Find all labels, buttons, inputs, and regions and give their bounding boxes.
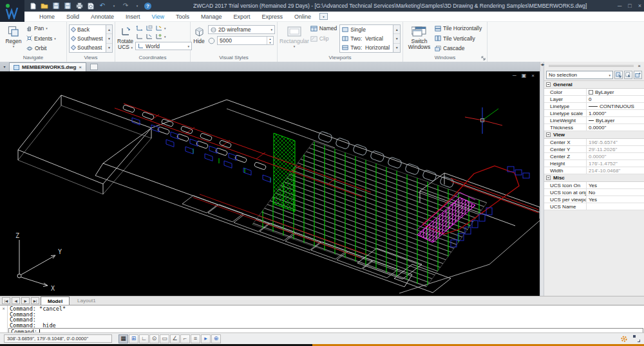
views-scroll-down-icon[interactable]: ▼ [106,34,112,43]
ribbon-overflow-icon[interactable]: ▾ [319,13,328,20]
print-icon[interactable] [75,2,84,10]
section-general[interactable]: General [544,81,644,89]
zwcad-logo[interactable] [0,0,24,22]
extents-dropdown-icon[interactable]: ▾ [54,37,56,41]
views-expand-icon[interactable]: ▼ [106,44,112,52]
quick-select-icon[interactable] [614,71,623,79]
tab-manage[interactable]: Manage [195,12,228,22]
viewport-two-vertical[interactable]: Two: Vertical [340,34,393,43]
new-drawing-tab-icon[interactable] [90,64,98,70]
tab-solid[interactable]: Solid [61,12,85,22]
collapse-icon[interactable] [546,82,551,87]
windows-dialog-launcher-icon[interactable] [481,55,486,62]
viewport-two-horizontal[interactable]: Two: Horizontal [340,43,393,52]
child-minimize-icon[interactable]: ─ [513,73,516,78]
regen-button[interactable]: Regen ▾ [2,23,25,54]
prev-tab-icon[interactable]: ◀ [12,297,20,304]
viewports-expand-icon[interactable]: ▼ [393,44,400,52]
ucs-object-icon[interactable] [145,33,153,40]
tablet-toggle[interactable]: ⊕ [211,334,221,343]
rectangular-viewport-button[interactable]: Rectangular ▾ [279,23,309,54]
gear-icon[interactable] [620,335,628,343]
ucs-select[interactable]: World ▾ [135,42,192,50]
save-as-icon[interactable] [63,2,72,10]
tab-model[interactable]: Model [41,296,70,305]
isolines-input[interactable]: 5000 ▲ ▼ [217,36,274,45]
rectangular-dropdown-icon[interactable]: ▾ [294,44,296,48]
osnap-toggle[interactable]: ▭ [160,334,169,343]
panel-splitter[interactable]: ◀▶ [540,62,544,296]
last-tab-icon[interactable]: ▶| [31,297,39,304]
viewports-scroll-down-icon[interactable]: ▼ [393,34,400,43]
orbit-button[interactable]: Orbit [26,44,56,53]
ucs-more-dropdown-icon[interactable]: ▾ [164,35,166,39]
splitter-collapse-icon[interactable]: ◀▶ [540,63,545,66]
tab-home[interactable]: Home [33,12,61,22]
ucs-world-icon[interactable] [135,33,144,40]
next-tab-icon[interactable]: ▶ [21,297,30,304]
new-file-icon[interactable] [28,2,37,10]
fullscreen-icon[interactable] [633,335,640,342]
save-icon[interactable] [52,2,61,10]
tile-vertically-button[interactable]: Tile Vertically [435,34,482,43]
doc-tab-list-icon[interactable]: ▾ [0,62,9,71]
open-folder-icon[interactable] [40,2,49,10]
hide-button[interactable]: Hide [193,23,205,54]
properties-grip[interactable] [549,65,634,67]
viewports-scroll-up-icon[interactable]: ▲ [393,25,400,34]
switch-windows-button[interactable]: Switch Windows [405,23,433,54]
tab-insert[interactable]: Insert [120,12,146,22]
clip-viewport-button[interactable]: Clip [310,34,337,43]
angle-toggle[interactable]: ∠ [170,334,180,343]
child-close-icon[interactable]: × [531,73,535,78]
drawing-3d-wireframe[interactable]: Z Y X [0,71,540,296]
viewport-single[interactable]: Single [340,25,393,34]
lineweight-toggle[interactable]: ≡ [191,334,200,343]
properties-header[interactable]: × [544,62,644,70]
tab-express[interactable]: Express [256,12,289,22]
regen-dropdown-icon[interactable]: ▾ [13,44,15,48]
rotate-ucs-dropdown-icon[interactable]: ▾ [131,46,133,50]
collapse-icon[interactable] [546,176,551,180]
polar-toggle[interactable]: ⊙ [149,334,159,343]
pan-button[interactable]: Pan ▾ [26,24,56,33]
extents-button[interactable]: Extents ▾ [26,34,56,43]
tab-tools[interactable]: Tools [170,12,195,22]
cascade-button[interactable]: Cascade [435,44,482,53]
redo-icon[interactable]: ↷ [121,2,130,10]
child-restore-icon[interactable]: ▣ [522,73,527,78]
views-scroll-up-icon[interactable]: ▲ [106,25,112,34]
view-back[interactable]: Back [70,25,106,34]
first-tab-icon[interactable]: |◀ [2,297,10,304]
select-objects-icon[interactable] [624,71,632,79]
toggle-pickadd-icon[interactable] [634,71,642,79]
tab-annotate[interactable]: Annotate [85,12,120,22]
tab-view[interactable]: View [146,12,170,22]
ucs-icon[interactable] [135,24,144,32]
selection-dropdown[interactable]: No selection ▾ [546,71,613,79]
collapse-icon[interactable] [546,132,551,137]
view-southwest[interactable]: Southwest [70,34,106,43]
undo-dropdown-icon[interactable]: ▾ [109,2,118,10]
doc-tab-close-icon[interactable]: × [79,64,82,70]
help-icon[interactable]: ? [144,3,151,10]
command-close-icon[interactable]: × [2,306,5,311]
ortho-toggle[interactable]: ∟ [139,334,149,343]
spin-down-icon[interactable]: ▼ [267,41,273,44]
otrack-toggle[interactable]: ⌐ [180,334,190,343]
ucs-dropdown-icon[interactable]: ▾ [164,26,166,30]
tile-horizontally-button[interactable]: Tile Horizontally [435,24,482,33]
visual-style-select[interactable]: 2D wireframe ▾ [208,25,275,34]
redo-dropdown-icon[interactable]: ▾ [133,2,142,10]
ucs-face-icon[interactable] [155,24,163,32]
view-southeast[interactable]: Southeast [70,43,106,52]
properties-close-icon[interactable]: × [636,63,642,69]
named-viewports-button[interactable]: Named [310,24,337,33]
section-view[interactable]: View [544,131,644,139]
tab-online[interactable]: Online [289,12,317,22]
command-history[interactable]: Command: *cancel* Command: Command: Comm… [8,305,644,328]
cycle-toggle[interactable]: ▸ [201,334,211,343]
plot-preview-icon[interactable] [86,2,95,10]
snap-toggle[interactable]: ▦ [118,334,128,343]
tab-layout1[interactable]: Layout1 [71,296,102,305]
